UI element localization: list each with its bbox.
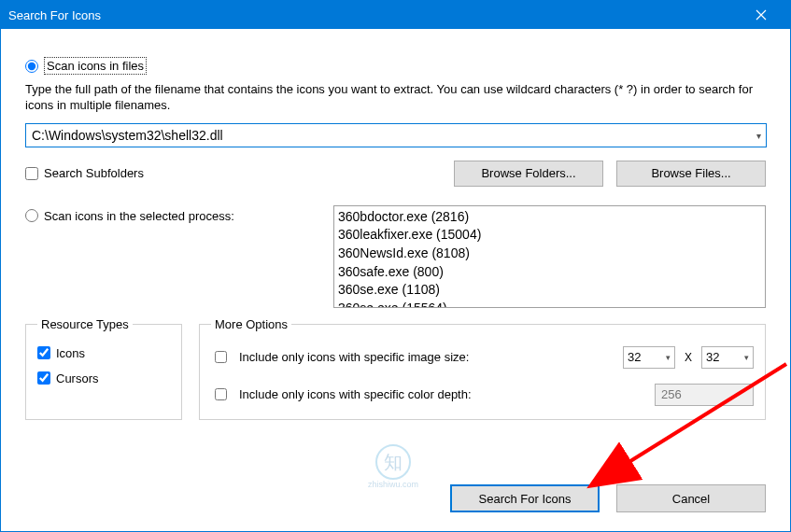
multiply-label: X <box>685 351 692 364</box>
icons-checkbox[interactable] <box>37 346 50 359</box>
specific-depth-checkbox[interactable] <box>215 388 227 400</box>
specific-size-checkbox[interactable] <box>215 351 227 363</box>
process-listbox[interactable]: 360bdoctor.exe (2816) 360leakfixer.exe (… <box>333 205 766 308</box>
search-subfolders-checkbox[interactable] <box>25 167 38 180</box>
size-height-select[interactable]: 32 ▾ <box>701 346 754 369</box>
cursors-checkbox[interactable] <box>37 371 50 385</box>
close-button[interactable] <box>740 1 783 29</box>
size-width-select[interactable]: 32 ▾ <box>623 346 675 369</box>
process-item[interactable]: 360safe.exe (800) <box>338 263 761 282</box>
path-input[interactable] <box>25 123 767 147</box>
browse-files-button[interactable]: Browse Files... <box>616 161 766 187</box>
cancel-button[interactable]: Cancel <box>616 484 766 512</box>
resource-types-legend: Resource Types <box>37 317 133 331</box>
more-options-group: More Options Include only icons with spe… <box>199 317 766 420</box>
process-item[interactable]: 360se.exe (1108) <box>338 281 761 300</box>
close-icon <box>756 9 767 21</box>
scan-files-radio[interactable] <box>25 60 38 73</box>
scan-files-radio-label[interactable]: Scan icons in files <box>44 57 147 75</box>
scan-process-radio-label[interactable]: Scan icons in the selected process: <box>44 209 234 223</box>
process-item[interactable]: 360NewsId.exe (8108) <box>338 245 761 263</box>
search-subfolders-label: Search Subfolders <box>44 166 144 180</box>
scan-files-description: Type the full path of the filename that … <box>25 82 763 114</box>
browse-folders-button[interactable]: Browse Folders... <box>454 161 603 187</box>
cursors-label: Cursors <box>56 371 99 385</box>
specific-size-label: Include only icons with specific image s… <box>239 350 614 364</box>
titlebar: Search For Icons <box>1 1 790 29</box>
chevron-down-icon: ▾ <box>744 353 749 362</box>
chevron-down-icon: ▾ <box>666 353 671 362</box>
process-item[interactable]: 360leakfixer.exe (15004) <box>338 226 761 245</box>
scan-files-radio-row: Scan icons in files <box>25 57 766 75</box>
specific-depth-label: Include only icons with specific color d… <box>239 387 645 401</box>
dialog-window: Search For Icons Scan icons in files Typ… <box>0 0 791 532</box>
window-title: Search For Icons <box>8 8 740 22</box>
scan-process-radio[interactable] <box>25 209 38 222</box>
process-item[interactable]: 360se.exe (15564) <box>338 300 761 308</box>
search-for-icons-button[interactable]: Search For Icons <box>450 484 600 512</box>
icons-label: Icons <box>56 346 85 360</box>
resource-types-group: Resource Types Icons Cursors <box>25 317 182 420</box>
color-depth-select[interactable]: 256 <box>655 384 754 406</box>
watermark: 知 zhishiwu.com <box>365 444 421 510</box>
path-combo[interactable]: ▾ <box>25 123 767 147</box>
dialog-content: Scan icons in files Type the full path o… <box>1 29 790 531</box>
more-options-legend: More Options <box>211 317 291 331</box>
process-item[interactable]: 360bdoctor.exe (2816) <box>338 208 761 227</box>
